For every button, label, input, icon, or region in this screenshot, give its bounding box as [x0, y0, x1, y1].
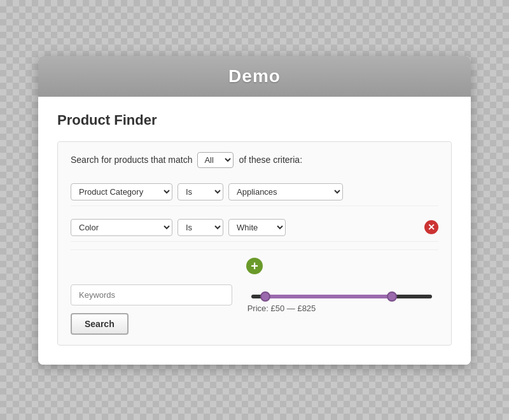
search-button[interactable]: Search — [71, 313, 129, 335]
add-filter-row: + — [71, 249, 438, 274]
remove-icon: ✕ — [428, 223, 435, 232]
title-bar: Demo — [38, 56, 471, 97]
add-icon: + — [251, 260, 258, 272]
criteria-intro: Search for products that match — [71, 155, 192, 165]
price-section: Price: £50 — £825 — [245, 284, 438, 313]
filter-rule-2: Color Product Category Brand Price Is Is… — [71, 214, 438, 242]
price-slider-container: Price: £50 — £825 — [245, 295, 438, 313]
search-button-label: Search — [85, 319, 115, 329]
remove-filter-button[interactable]: ✕ — [424, 220, 438, 234]
filter-rule-1: Product Category Color Brand Price Is Is… — [71, 178, 438, 206]
add-filter-button[interactable]: + — [246, 258, 263, 274]
page-title: Product Finder — [57, 112, 452, 129]
slider-track — [251, 295, 432, 298]
category-select-1[interactable]: Product Category Color Brand Price — [71, 183, 172, 200]
keywords-input[interactable] — [71, 284, 232, 305]
criteria-suffix: of these criteria: — [239, 155, 302, 165]
value-select-2[interactable]: White Black Red Blue — [228, 219, 286, 236]
slider-thumb-low[interactable] — [260, 291, 270, 302]
criteria-header-row: Search for products that match All Any o… — [71, 152, 438, 168]
bottom-section: Search Price: £50 — £825 — [71, 284, 438, 335]
operator-select-1[interactable]: Is Is Not — [178, 183, 223, 200]
price-label: Price: £50 — £825 — [248, 304, 436, 313]
value-select-1[interactable]: Appliances Electronics Furniture Clothin… — [228, 183, 343, 200]
filter-box: Search for products that match All Any o… — [57, 141, 452, 346]
slider-thumb-high[interactable] — [387, 291, 397, 302]
keywords-section: Search — [71, 284, 232, 335]
slider-fill — [265, 295, 392, 298]
main-window: Demo Product Finder Search for products … — [38, 56, 471, 365]
match-select[interactable]: All Any — [197, 152, 234, 168]
category-select-2[interactable]: Color Product Category Brand Price — [71, 219, 172, 236]
operator-select-2[interactable]: Is Is Not — [178, 219, 223, 236]
window-title: Demo — [51, 66, 458, 87]
content-area: Product Finder Search for products that … — [38, 97, 471, 365]
